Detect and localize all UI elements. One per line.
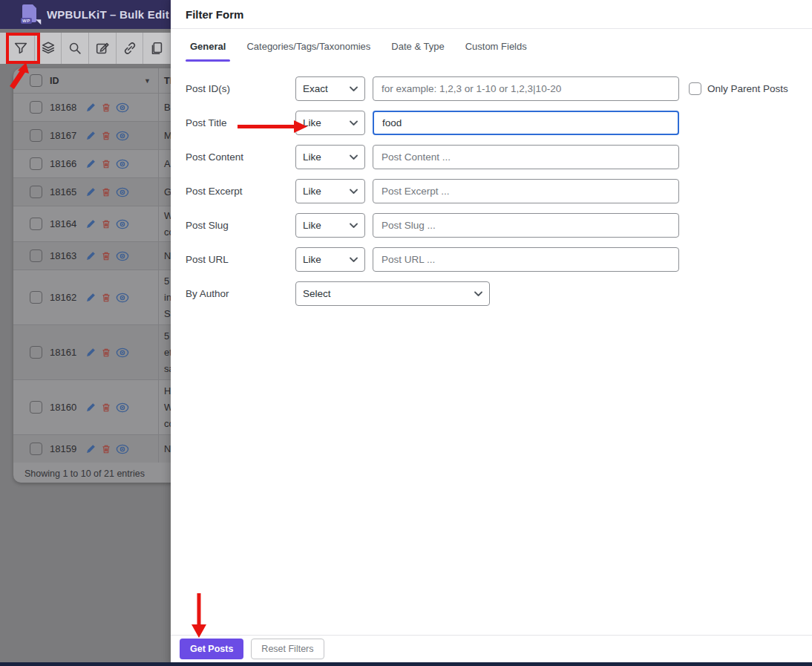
sort-desc-icon[interactable]: ▼: [144, 77, 151, 85]
view-post-icon[interactable]: [116, 187, 129, 197]
delete-post-icon[interactable]: [101, 402, 111, 413]
delete-post-icon[interactable]: [101, 251, 111, 261]
get-posts-button[interactable]: Get Posts: [180, 639, 243, 659]
posts-table: ID ▼ TITLE 18168 B 18167: [13, 68, 171, 483]
filter-form: Post ID(s) Exact Only Parent Posts Post …: [171, 76, 812, 306]
view-post-icon[interactable]: [116, 219, 129, 229]
post-excerpt-operator-select[interactable]: Like: [295, 179, 365, 203]
edit-post-icon[interactable]: [85, 250, 96, 261]
row-checkbox[interactable]: [30, 129, 42, 142]
row-id-text: 18166: [50, 158, 85, 169]
view-post-icon[interactable]: [116, 347, 129, 358]
view-post-icon[interactable]: [116, 159, 129, 169]
tab-general[interactable]: General: [189, 36, 227, 62]
admin-header: WP WPBULKiT – Bulk Edit WordPress: [0, 0, 171, 29]
tab-custom-fields[interactable]: Custom Fields: [464, 36, 528, 62]
table-header-row: ID ▼ TITLE: [13, 68, 171, 93]
delete-post-icon[interactable]: [101, 347, 111, 358]
edit-post-icon[interactable]: [85, 402, 96, 413]
post-ids-operator-select[interactable]: Exact: [295, 76, 365, 101]
delete-post-icon[interactable]: [101, 293, 111, 303]
table-row: 18168 B: [13, 93, 171, 121]
copy-tool-button[interactable]: [143, 33, 171, 64]
drawer-title: Filter Form: [171, 0, 812, 29]
edit-post-icon[interactable]: [85, 443, 96, 454]
post-ids-input[interactable]: [373, 76, 679, 101]
row-id-text: 18167: [50, 130, 85, 141]
table-body: 18168 B 18167 M: [13, 93, 171, 463]
id-column-header[interactable]: ID: [50, 76, 85, 86]
row-checkbox[interactable]: [30, 443, 42, 455]
chevron-down-icon: [350, 120, 358, 125]
row-id-text: 18161: [50, 347, 85, 358]
field-row-post-url: Post URL Like: [171, 247, 812, 272]
row-checkbox[interactable]: [30, 218, 42, 230]
field-row-post-slug: Post Slug Like: [171, 213, 812, 238]
row-checkbox[interactable]: [30, 101, 42, 114]
post-title-label: Post Title: [171, 117, 295, 128]
row-checkbox[interactable]: [30, 186, 42, 198]
post-title-input[interactable]: [373, 111, 679, 135]
row-title-cell: M: [158, 122, 171, 149]
row-checkbox[interactable]: [30, 249, 42, 262]
only-parent-posts-checkbox[interactable]: [689, 82, 701, 95]
edit-post-icon[interactable]: [85, 158, 96, 169]
post-slug-operator-select[interactable]: Like: [295, 213, 365, 238]
select-all-checkbox[interactable]: [30, 74, 42, 87]
delete-post-icon[interactable]: [101, 102, 111, 113]
post-title-operator-select[interactable]: Like: [295, 111, 365, 135]
post-url-input[interactable]: [373, 247, 679, 272]
chevron-down-icon: [350, 257, 358, 262]
tab-date-type[interactable]: Date & Type: [390, 36, 445, 62]
row-checkbox[interactable]: [30, 401, 42, 414]
link-tool-button[interactable]: [117, 33, 144, 64]
post-content-label: Post Content: [171, 151, 295, 163]
filter-icon: [13, 40, 29, 56]
bulk-edit-tool-button[interactable]: [89, 33, 117, 64]
view-post-icon[interactable]: [116, 102, 129, 113]
view-post-icon[interactable]: [116, 131, 129, 141]
edit-post-icon[interactable]: [85, 347, 96, 358]
post-slug-input[interactable]: [373, 213, 679, 238]
post-excerpt-input[interactable]: [373, 179, 679, 203]
table-row: 18159 N: [13, 434, 171, 463]
field-row-post-ids: Post ID(s) Exact Only Parent Posts: [171, 76, 812, 101]
row-title-cell: A: [158, 150, 171, 177]
field-row-by-author: By Author Select: [171, 281, 812, 306]
view-post-icon[interactable]: [116, 251, 129, 261]
chevron-down-icon: [350, 86, 358, 91]
edit-post-icon[interactable]: [85, 130, 96, 141]
view-post-icon[interactable]: [116, 402, 129, 413]
layers-tool-button[interactable]: [35, 33, 62, 64]
edit-icon: [94, 40, 111, 56]
delete-post-icon[interactable]: [101, 219, 111, 229]
row-checkbox[interactable]: [30, 157, 42, 170]
table-row: 18164 Wco: [13, 206, 171, 241]
tab-categories-tags-taxonomies[interactable]: Categories/Tags/Taxonomies: [245, 36, 372, 62]
reset-filters-button[interactable]: Reset Filters: [251, 639, 324, 659]
only-parent-posts-label: Only Parent Posts: [707, 83, 788, 94]
search-tool-button[interactable]: [62, 33, 89, 64]
edit-post-icon[interactable]: [85, 186, 96, 197]
edit-post-icon[interactable]: [85, 292, 96, 303]
filter-tool-button[interactable]: [7, 33, 35, 64]
row-id-text: 18162: [50, 292, 85, 303]
by-author-select[interactable]: Select: [295, 281, 490, 306]
view-post-icon[interactable]: [116, 293, 129, 303]
delete-post-icon[interactable]: [101, 187, 111, 197]
row-checkbox[interactable]: [30, 346, 42, 359]
edit-post-icon[interactable]: [85, 218, 96, 229]
row-checkbox[interactable]: [30, 291, 42, 304]
row-title-cell: N: [158, 242, 171, 270]
delete-post-icon[interactable]: [101, 159, 111, 169]
delete-post-icon[interactable]: [101, 131, 111, 141]
view-post-icon[interactable]: [116, 444, 129, 454]
title-column-header[interactable]: TITLE: [158, 68, 171, 93]
post-url-operator-select[interactable]: Like: [295, 247, 365, 272]
post-content-input[interactable]: [373, 145, 679, 169]
field-row-post-excerpt: Post Excerpt Like: [171, 179, 812, 203]
edit-post-icon[interactable]: [85, 102, 96, 113]
post-content-operator-select[interactable]: Like: [295, 145, 365, 169]
delete-post-icon[interactable]: [101, 444, 111, 454]
filter-tabs: General Categories/Tags/Taxonomies Date …: [171, 36, 812, 62]
